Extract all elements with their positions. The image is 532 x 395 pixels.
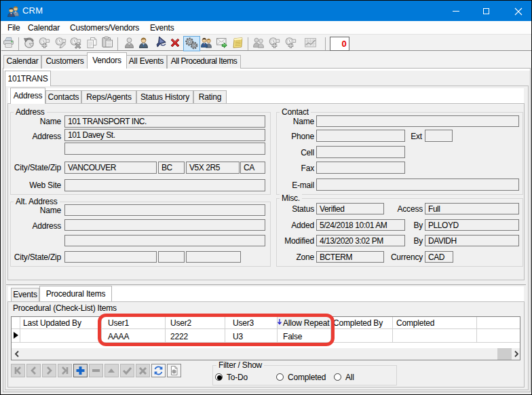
svg-text:0: 0 <box>341 39 346 49</box>
